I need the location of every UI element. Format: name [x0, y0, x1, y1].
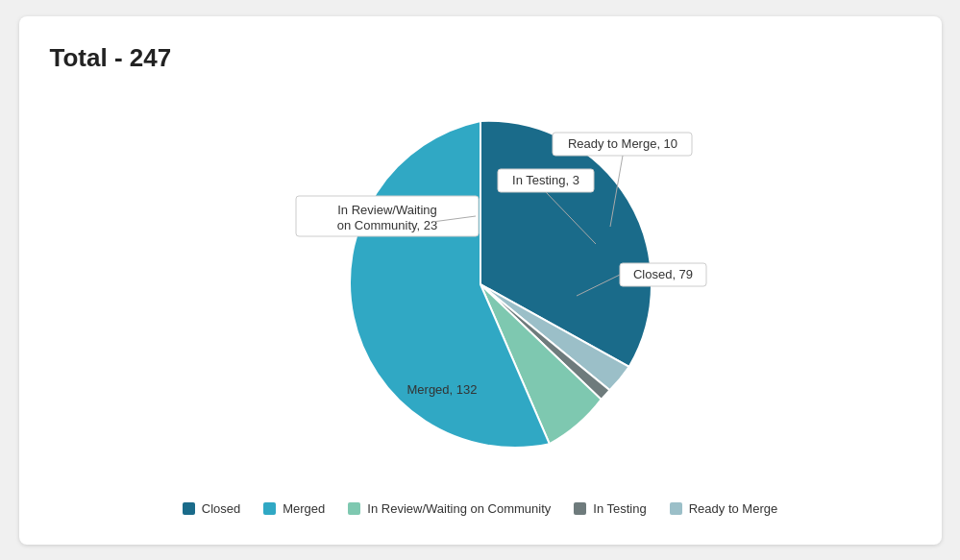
callout-ready-to-merge: Ready to Merge, 10	[567, 136, 677, 151]
legend-label: Closed	[202, 501, 240, 516]
callout-merged: Merged, 132	[406, 382, 477, 397]
legend-item: Merged	[263, 501, 325, 516]
legend-item: Closed	[183, 501, 240, 516]
legend-label: Merged	[283, 501, 325, 516]
pie-chart: Closed, 79 Ready to Merge, 10 In Testing…	[183, 83, 778, 486]
callout-in-testing: In Testing, 3	[512, 173, 579, 187]
chart-area: Closed, 79 Ready to Merge, 10 In Testing…	[50, 83, 911, 486]
legend-color-swatch	[183, 502, 195, 515]
chart-title: Total - 247	[50, 43, 911, 73]
legend-color-swatch	[263, 502, 276, 515]
callout-closed: Closed, 79	[632, 267, 692, 281]
chart-card: Total - 247 Closed, 79 Ready to Merge, 1…	[19, 16, 942, 545]
legend-color-swatch	[574, 502, 586, 515]
legend-color-swatch	[670, 502, 682, 515]
chart-legend: ClosedMergedIn Review/Waiting on Communi…	[50, 501, 911, 523]
callout-in-review-line2: on Community, 23	[336, 218, 437, 232]
legend-label: Ready to Merge	[689, 501, 778, 516]
callout-in-review-line1: In Review/Waiting	[337, 203, 437, 217]
legend-color-swatch	[348, 502, 360, 515]
legend-item: In Review/Waiting on Community	[348, 501, 551, 516]
legend-label: In Review/Waiting on Community	[367, 501, 551, 516]
legend-item: Ready to Merge	[670, 501, 778, 516]
legend-item: In Testing	[574, 501, 646, 516]
legend-label: In Testing	[593, 501, 646, 516]
